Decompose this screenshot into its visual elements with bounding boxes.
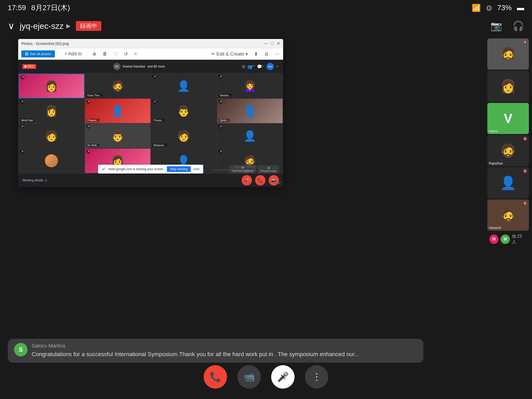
participant-face: 👩 — [500, 79, 516, 94]
participant-thumb: 🧔 Haseesh 🔇 — [487, 200, 529, 231]
meet-bottombar: Meeting details ∧ 🎤 📞 📷 — [18, 174, 283, 187]
participant-thumb: V vishnu — [487, 103, 529, 134]
add-to-button[interactable]: + Add to — [63, 50, 83, 58]
mute-btn[interactable]: 🎤 — [242, 175, 252, 185]
mute-icon: 🎤 — [20, 100, 24, 104]
meeting-details[interactable]: Meeting details ∧ — [22, 178, 47, 182]
chat-text: Congratulations for a successful Interna… — [32, 350, 417, 358]
camera-icon: 📹 — [243, 371, 255, 382]
close-meet-icon[interactable]: ✕ — [276, 64, 279, 69]
edit-create-button[interactable]: ✏ Edit & Create ▾ — [210, 50, 249, 58]
video-tile: 👨 🎤 Dr. Amit... — [85, 124, 151, 148]
end-call-button[interactable]: 📞 — [204, 365, 227, 389]
hide-button[interactable]: Hide — [193, 167, 200, 171]
participants-icon[interactable]: 👥98 — [247, 64, 255, 69]
end-call-btn[interactable]: 📞 — [255, 175, 265, 185]
battery-percent: 73% — [497, 4, 512, 12]
participant-video: 👤 — [487, 167, 529, 198]
tile-name: Tanisha... — [219, 94, 232, 97]
video-tile: 👤 🎤 Ojesh... — [217, 99, 283, 123]
close-button[interactable]: ✕ — [277, 41, 280, 46]
participant-mute-icon: 🔇 — [523, 40, 527, 44]
participant-name: vishnu — [489, 129, 498, 133]
expand-icon[interactable]: ⤢ — [278, 181, 281, 185]
participant-video: 🧔 — [487, 38, 529, 70]
camera-button[interactable]: 📹 — [237, 365, 261, 389]
video-tile: 👩 🎤 Mohit Nair — [19, 99, 84, 123]
chat-content: Satoru Martins Congratulations for a suc… — [32, 343, 417, 358]
more-options-button[interactable]: ⋮ — [305, 365, 328, 389]
maximize-button[interactable]: □ — [271, 41, 274, 46]
forward-icon: ▶ — [66, 23, 71, 29]
present-now-button[interactable]: 🖥 Present now — [258, 165, 279, 174]
mute-icon: 🎤 — [86, 100, 90, 104]
more-options-icon[interactable]: ··· — [274, 50, 280, 58]
meeting-title: jyq-ejec-szz — [20, 21, 64, 31]
more-icon: ⋮ — [312, 371, 321, 382]
grid-icon[interactable]: ⊞ — [242, 64, 245, 69]
participant-name: Rajasthan — [489, 162, 503, 165]
mute-icon: 🎤 — [152, 100, 156, 104]
participant-thumb: 👤 🔇 — [487, 167, 529, 198]
host-avatar: SH — [113, 63, 121, 70]
rotate-icon[interactable]: ↺ — [123, 50, 129, 58]
chat-icon[interactable]: 💬11 — [257, 64, 264, 69]
status-date: 8月27日(木) — [31, 3, 70, 13]
share-icon[interactable]: ⬆ — [253, 50, 259, 58]
meeting-icons: 📷 🎧 — [490, 21, 524, 31]
right-sidebar: 🧔 🔇 👩 V vishnu 🧔 Rajasthan 🔇 — [485, 36, 532, 399]
stop-sharing-button[interactable]: Stop sharing — [167, 166, 191, 172]
self-avatar: You — [267, 63, 274, 70]
person-video: 🧑 — [19, 124, 84, 148]
print-icon[interactable]: 🖨 — [263, 50, 270, 58]
photos-window-title: Photos - Screenshot (62).png — [21, 42, 69, 46]
participant-face: 👤 — [500, 175, 516, 190]
video-tile: 👤 🎤 Pratami... — [85, 99, 151, 123]
mute-button[interactable]: 🎤 ✕ — [271, 365, 295, 389]
photos-window: Photos - Screenshot (62).png — □ ✕ 🖼 See… — [18, 39, 283, 187]
participant-thumb: 👩 — [487, 71, 529, 102]
meet-topbar: REC SH Snehal Hasolkar and 80 more ⊞ 👥98… — [18, 60, 283, 73]
camera-icon[interactable]: 📷 — [490, 21, 502, 31]
delete-icon[interactable]: 🗑 — [102, 50, 108, 58]
share-bar: 🔗 meet.google.com is sharing your screen… — [98, 165, 203, 174]
tile-name: Mohit Nair — [20, 119, 34, 122]
location-icon: ⊙ — [486, 4, 492, 12]
battery-icon: ▬ — [517, 4, 524, 12]
recording-badge: 録画中 — [76, 21, 101, 31]
mute-icon: 🎤 — [20, 150, 24, 154]
participant-thumb: 🧔 Rajasthan 🔇 — [487, 135, 529, 166]
see-all-photos-button[interactable]: 🖼 See all photos — [21, 50, 55, 57]
others-count: 他 23 人 — [512, 234, 527, 245]
chevron-down-icon[interactable]: ∨ — [8, 21, 15, 31]
avatar-m: M — [489, 235, 498, 244]
headphones-icon[interactable]: 🎧 — [513, 21, 524, 31]
end-call-icon: 📞 — [210, 371, 221, 382]
avatar-circle — [45, 154, 58, 167]
crop-icon[interactable]: ⌗ — [133, 50, 138, 58]
zoom-in-icon[interactable]: ⊕ — [91, 50, 97, 58]
video-tile: 👤 🎤 — [217, 124, 283, 148]
heart-icon[interactable]: ♡ — [112, 50, 119, 58]
wifi-icon: 📶 — [472, 4, 481, 12]
share-bar-text: meet.google.com is sharing your screen. — [108, 167, 164, 171]
participant-mute-icon: 🔇 — [523, 169, 527, 173]
camera-btn[interactable]: 📷 — [269, 175, 279, 185]
photos-titlebar-controls: — □ ✕ — [264, 41, 280, 46]
avatar-m2: M — [501, 235, 510, 244]
person-video: 👤 — [217, 124, 283, 148]
toolbar-separator — [59, 51, 59, 57]
mute-icon: 🎤 — [86, 150, 90, 154]
photos-icon: 🖼 — [25, 52, 28, 56]
photos-toolbar: 🖼 See all photos + Add to ⊕ 🗑 ♡ ↺ ⌗ ✏ Ed… — [18, 48, 283, 60]
tile-name: Prayas... — [152, 119, 165, 122]
chat-area: S Satoru Martins Congratulations for a s… — [0, 339, 480, 363]
video-tile: 🧔 Kiran Ther... — [85, 74, 151, 98]
person-video: 👤 — [151, 74, 217, 98]
minimize-button[interactable]: — — [264, 41, 268, 46]
chat-sender: Satoru Martins — [32, 343, 417, 349]
participant-video: 👩 — [487, 71, 529, 102]
video-tile: 🧑 Mobassir... — [151, 124, 217, 148]
meeting-bar: ∨ jyq-ejec-szz ▶ 録画中 📷 🎧 — [0, 16, 532, 36]
meet-screenshot: REC SH Snehal Hasolkar and 80 more ⊞ 👥98… — [18, 60, 283, 187]
